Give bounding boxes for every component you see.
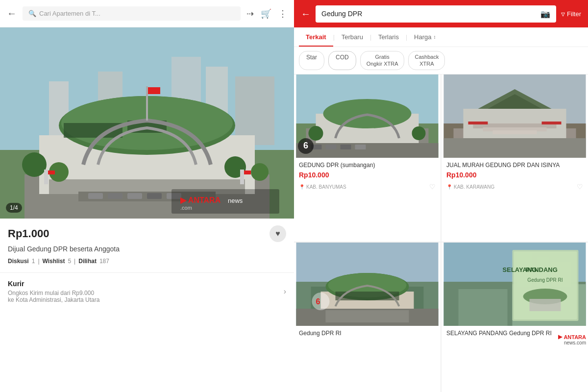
product-main-image: ▶ ANTARA news .com bbox=[0, 27, 294, 219]
svg-rect-26 bbox=[44, 170, 48, 184]
svg-rect-3 bbox=[235, 76, 274, 145]
card-heart-button[interactable]: ♡ bbox=[429, 183, 436, 191]
right-search-box[interactable]: Gedung DPR 📷 bbox=[316, 5, 556, 23]
product-card-image: 6 bbox=[294, 74, 441, 158]
card-location: 📍 KAB. BANYUMAS bbox=[299, 184, 346, 190]
svg-text:6: 6 bbox=[316, 297, 320, 306]
card-price-2: Rp10.000 bbox=[446, 171, 583, 179]
location-text-2: KAB. KARAWANG bbox=[454, 184, 494, 190]
svg-point-67 bbox=[312, 293, 330, 310]
svg-point-22 bbox=[22, 152, 47, 177]
antara-com: news.com bbox=[564, 340, 586, 345]
product-grid: 6 GEDUNG DPR (sumbangan) Rp10.000 📍 KAB.… bbox=[294, 74, 588, 392]
left-search-bar[interactable]: 🔍 Cari Apartemen di T... bbox=[23, 6, 241, 21]
tab-terlaris[interactable]: Terlaris bbox=[371, 27, 406, 47]
svg-text:▶ ANTARA: ▶ ANTARA bbox=[180, 196, 221, 204]
wishlist-count: 5 bbox=[68, 258, 71, 265]
product-card[interactable]: JUAL MURAH GEDUNG DPR DAN ISINYA Rp10.00… bbox=[441, 74, 588, 242]
svg-rect-71 bbox=[459, 289, 508, 326]
svg-rect-19 bbox=[127, 193, 142, 199]
svg-rect-20 bbox=[147, 193, 162, 199]
card-heart-button-2[interactable]: ♡ bbox=[577, 183, 583, 191]
product-card-image-3: 6 bbox=[294, 243, 441, 326]
svg-rect-17 bbox=[88, 193, 103, 199]
image-counter: 1/4 bbox=[6, 203, 22, 213]
cart-icon[interactable]: 🛒 bbox=[261, 8, 271, 19]
card-title-2: JUAL MURAH GEDUNG DPR DAN ISINYA bbox=[446, 162, 583, 170]
antara-logo: ▶ bbox=[558, 334, 562, 340]
product-card-4[interactable]: SELAYANG PANDANG Gedung DPR RI SELAYANG … bbox=[441, 243, 588, 392]
left-header-icons: ⇢ 🛒 ⋮ bbox=[246, 8, 287, 19]
kurir-section: Kurir Ongkos Kirim mulai dari Rp9.000 ke… bbox=[8, 273, 286, 310]
svg-point-25 bbox=[251, 163, 269, 181]
channel6-badge: 6 bbox=[298, 138, 314, 154]
card-title-3: Gedung DPR RI bbox=[299, 330, 436, 338]
share-icon[interactable]: ⇢ bbox=[246, 8, 254, 19]
svg-rect-82 bbox=[530, 299, 561, 311]
product-card-image-4: SELAYANG PANDANG Gedung DPR RI bbox=[441, 243, 588, 326]
kurir-info: Kurir Ongkos Kirim mulai dari Rp9.000 ke… bbox=[8, 280, 99, 303]
product-card-body-3: Gedung DPR RI bbox=[294, 326, 441, 345]
svg-rect-29 bbox=[244, 171, 251, 174]
product-card-3[interactable]: 6 Gedung DPR RI bbox=[294, 243, 441, 392]
filter-label: Filter bbox=[567, 10, 581, 18]
svg-rect-66 bbox=[326, 310, 409, 322]
product-info: Rp1.000 ♥ Dijual Gedung DPR beserta Angg… bbox=[0, 219, 294, 317]
left-search-placeholder: Cari Apartemen di T... bbox=[39, 10, 100, 17]
svg-rect-14 bbox=[148, 87, 160, 94]
sort-tabs: Terkait | Terbaru | Terlaris | Harga ↕ bbox=[294, 27, 588, 47]
sort-arrow-icon: ↕ bbox=[433, 34, 436, 40]
left-panel: ← 🔍 Cari Apartemen di T... ⇢ 🛒 ⋮ bbox=[0, 0, 294, 392]
diskusi-count: 1 bbox=[32, 258, 35, 265]
product-title: Dijual Gedung DPR beserta Anggota bbox=[8, 245, 286, 253]
svg-text:PANDANG: PANDANG bbox=[526, 266, 558, 273]
product-card-body-2: JUAL MURAH GEDUNG DPR DAN ISINYA Rp10.00… bbox=[441, 158, 588, 195]
left-back-button[interactable]: ← bbox=[7, 8, 17, 19]
svg-rect-18 bbox=[108, 193, 122, 199]
kurir-title: Kurir bbox=[8, 280, 99, 288]
svg-rect-28 bbox=[240, 170, 244, 184]
svg-rect-57 bbox=[444, 138, 586, 158]
product-card[interactable]: 6 GEDUNG DPR (sumbangan) Rp10.000 📍 KAB.… bbox=[294, 74, 441, 242]
chevron-right-icon: › bbox=[284, 287, 286, 296]
chip-cashback[interactable]: CashbackXTRA bbox=[408, 51, 445, 70]
tab-terkait[interactable]: Terkait bbox=[299, 27, 333, 47]
antara-text: ANTARA bbox=[564, 334, 586, 340]
dilihat-count: 187 bbox=[99, 258, 109, 265]
diskusi-label: Diskusi bbox=[8, 258, 29, 265]
location-icon: 📍 bbox=[299, 184, 305, 190]
card-footer: 📍 KAB. BANYUMAS ♡ bbox=[299, 183, 436, 191]
card-location-2: 📍 KAB. KARAWANG bbox=[446, 184, 494, 190]
tab-harga[interactable]: Harga ↕ bbox=[407, 27, 442, 47]
product-image-container: ▶ ANTARA news .com 1/4 bbox=[0, 27, 294, 219]
search-value: Gedung DPR bbox=[321, 10, 362, 18]
svg-point-40 bbox=[412, 126, 426, 140]
svg-rect-45 bbox=[355, 145, 366, 149]
card-footer-2: 📍 KAB. KARAWANG ♡ bbox=[446, 183, 583, 191]
wishlist-heart-button[interactable]: ♥ bbox=[270, 225, 286, 242]
kurir-row[interactable]: Kurir Ongkos Kirim mulai dari Rp9.000 ke… bbox=[8, 280, 286, 303]
svg-rect-54 bbox=[493, 130, 537, 134]
filter-icon: ▿ bbox=[561, 9, 565, 19]
product-stats: Diskusi 1 | Wishlist 5 | Dilihat 187 bbox=[8, 258, 286, 265]
right-header: ← Gedung DPR 📷 ▿ Filter bbox=[294, 0, 588, 27]
antara-watermark: ▶ ANTARA news.com bbox=[558, 334, 586, 345]
chip-star[interactable]: Star bbox=[299, 51, 324, 70]
product-card-body: GEDUNG DPR (sumbangan) Rp10.000 📍 KAB. B… bbox=[294, 158, 441, 195]
tab-terbaru[interactable]: Terbaru bbox=[335, 27, 370, 47]
svg-rect-13 bbox=[146, 86, 148, 121]
more-icon[interactable]: ⋮ bbox=[278, 8, 287, 19]
card-price: Rp10.000 bbox=[299, 171, 436, 179]
filter-button[interactable]: ▿ Filter bbox=[561, 9, 581, 19]
card-title: GEDUNG DPR (sumbangan) bbox=[299, 162, 436, 170]
svg-rect-43 bbox=[326, 145, 337, 149]
left-header: ← 🔍 Cari Apartemen di T... ⇢ 🛒 ⋮ bbox=[0, 0, 294, 27]
product-price-row: Rp1.000 ♥ bbox=[8, 225, 286, 242]
camera-icon[interactable]: 📷 bbox=[540, 9, 550, 19]
right-back-button[interactable]: ← bbox=[301, 8, 311, 20]
kurir-desc2: ke Kota Administrasi, Jakarta Utara bbox=[8, 296, 99, 303]
svg-point-39 bbox=[309, 126, 323, 141]
chip-cod[interactable]: COD bbox=[328, 51, 356, 70]
svg-rect-27 bbox=[48, 171, 55, 174]
chip-gratis-ongkir[interactable]: GratisOngkir XTRA bbox=[360, 51, 405, 70]
